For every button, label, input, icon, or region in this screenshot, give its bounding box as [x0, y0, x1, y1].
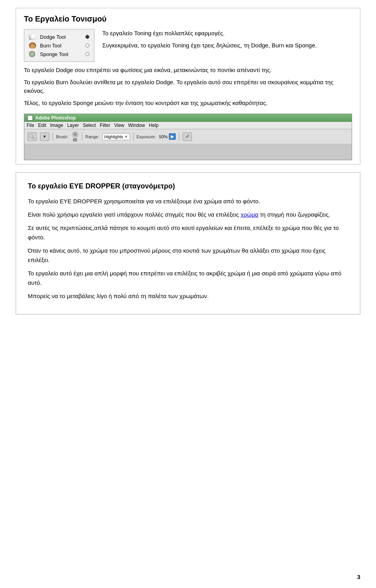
menu-edit[interactable]: Edit	[38, 123, 46, 128]
dodge-tool-label: Dodge Tool	[40, 34, 66, 40]
page-number: 3	[357, 574, 360, 580]
ps-tool-icon2[interactable]: ▾	[40, 132, 49, 141]
dodge-icon	[29, 34, 37, 40]
brush-size-value: 65	[73, 138, 77, 142]
burn-tool-item: Burn Tool	[29, 41, 89, 50]
toning-title: Το Εργαλείο Τονισμού	[24, 14, 352, 24]
eyedropper-para2-before: Είναι πολύ χρήσιμο εργαλείο γιατί υπάρχο…	[28, 211, 239, 218]
ps-titlebar: Adobe Photoshop	[24, 114, 352, 122]
eyedropper-section: Το εργαλείο EYE DROPPER (σταγονόμετρο) Τ…	[16, 172, 360, 315]
toning-para5: Τέλος, το εργαλείο Sponge μειώνει την έν…	[24, 99, 352, 108]
burn-radio	[85, 43, 89, 47]
menu-view[interactable]: View	[114, 123, 124, 128]
burn-icon	[29, 42, 37, 49]
eyedropper-para5: Το εργαλείο αυτό έχει μια απλή μορφή που…	[28, 269, 348, 288]
sponge-icon	[29, 51, 37, 57]
menu-file[interactable]: File	[27, 123, 34, 128]
toolbar-separator1	[52, 133, 53, 141]
exposure-button[interactable]: ▶	[169, 133, 176, 140]
photoshop-window: Adobe Photoshop File Edit Image Layer Se…	[24, 114, 352, 160]
menu-window[interactable]: Window	[128, 123, 145, 128]
ps-title: Adobe Photoshop	[35, 115, 76, 121]
menu-help[interactable]: Help	[149, 123, 159, 128]
range-dropdown-arrow: ▼	[125, 135, 128, 139]
toning-section: Το Εργαλείο Τονισμού Dodge Tool Burn Too…	[16, 8, 360, 165]
sponge-tool-item: Sponge Tool	[29, 50, 89, 58]
toning-text: Το εργαλείο Toning έχει πολλαπλές εφαρμο…	[102, 29, 317, 53]
menu-image[interactable]: Image	[50, 123, 63, 128]
toning-para1: Το εργαλείο Toning έχει πολλαπλές εφαρμο…	[102, 29, 317, 38]
ps-canvas-area	[24, 144, 352, 160]
eyedropper-title: Το εργαλείο EYE DROPPER (σταγονόμετρο)	[28, 182, 348, 190]
toning-para2: Συγκεκριμένα, το εργαλείο Toning έχει τρ…	[102, 41, 317, 50]
dodge-tool-item: Dodge Tool	[29, 33, 89, 41]
toning-para3: Το εργαλείο Dodge σου επιτρέπει να φωτίσ…	[24, 66, 352, 75]
svg-point-0	[30, 134, 33, 138]
exposure-control[interactable]: 50% ▶	[159, 133, 176, 140]
brush-circle	[72, 131, 79, 138]
eyedropper-para3: Σε αυτές τις περιπτώσεις,απλά πάτησε το …	[28, 223, 348, 242]
toning-content: Dodge Tool Burn Tool Sponge Tool Το εργα…	[24, 29, 352, 62]
toolbar-separator3	[133, 133, 134, 141]
range-label: Range:	[85, 134, 99, 139]
eyedropper-para2: Είναι πολύ χρήσιμο εργαλείο γιατί υπάρχο…	[28, 210, 348, 219]
range-value: Highlights	[104, 134, 123, 139]
svg-point-2	[188, 135, 189, 136]
eyedropper-link[interactable]: χρώμα	[240, 211, 258, 218]
toning-para4: Το εργαλείο Burn δουλεύει αντίθετα με το…	[24, 78, 352, 96]
menu-layer[interactable]: Layer	[67, 123, 79, 128]
menu-select[interactable]: Select	[83, 123, 96, 128]
eyedropper-para1: Το εργαλείο EYE DROPPER χρησιμοποιείται …	[28, 197, 348, 206]
ps-tool-icon[interactable]	[27, 132, 37, 141]
menu-filter[interactable]: Filter	[100, 123, 110, 128]
toolbar-separator4	[179, 133, 179, 141]
toolbar-separator2	[82, 133, 82, 141]
ps-options-toolbar: ▾ Brush: 65 Range: Highlights ▼ Exposure…	[24, 129, 352, 144]
exposure-label: Exposure:	[137, 134, 156, 139]
brush-size-control[interactable]: 65	[72, 131, 79, 142]
ps-app-icon	[27, 115, 33, 121]
range-dropdown[interactable]: Highlights ▼	[102, 133, 130, 140]
eyedropper-para4: Όταν το κάνεις αυτό, το χρώμα του μπροστ…	[28, 246, 348, 265]
ps-menubar[interactable]: File Edit Image Layer Select Filter View…	[24, 122, 352, 129]
burn-tool-label: Burn Tool	[40, 43, 61, 49]
brush-label: Brush:	[56, 134, 69, 139]
eyedropper-para6: Μπορείς να το μεταβάλεις λίγο ή πολύ από…	[28, 291, 348, 301]
svg-line-1	[33, 137, 34, 139]
exposure-value: 50%	[159, 134, 168, 139]
sponge-radio	[85, 52, 89, 56]
eyedropper-para2-after: τη στιγμή που ζωγραφίζεις.	[260, 211, 331, 218]
dodge-radio	[85, 35, 89, 39]
toning-text-lower: Το εργαλείο Dodge σου επιτρέπει να φωτίσ…	[24, 66, 352, 107]
ps-airbrush-btn[interactable]	[183, 132, 192, 141]
tools-image-box: Dodge Tool Burn Tool Sponge Tool	[24, 29, 94, 62]
sponge-tool-label: Sponge Tool	[40, 51, 68, 57]
eyedropper-text: Το εργαλείο EYE DROPPER χρησιμοποιείται …	[28, 197, 348, 301]
